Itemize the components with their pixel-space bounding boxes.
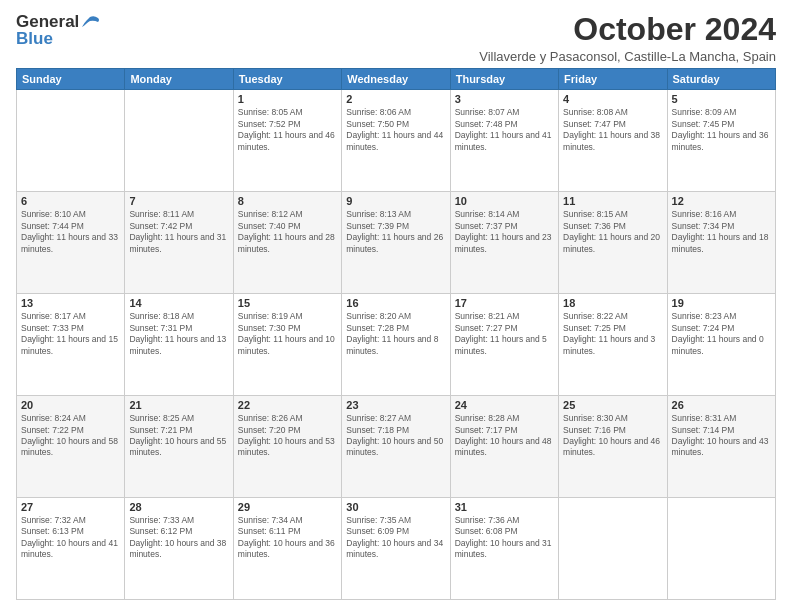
calendar-cell: 9Sunrise: 8:13 AM Sunset: 7:39 PM Daylig… xyxy=(342,192,450,294)
calendar-cell: 3Sunrise: 8:07 AM Sunset: 7:48 PM Daylig… xyxy=(450,90,558,192)
day-number: 25 xyxy=(563,399,662,411)
day-number: 15 xyxy=(238,297,337,309)
day-info: Sunrise: 8:17 AM Sunset: 7:33 PM Dayligh… xyxy=(21,311,120,357)
calendar-cell: 15Sunrise: 8:19 AM Sunset: 7:30 PM Dayli… xyxy=(233,294,341,396)
day-number: 19 xyxy=(672,297,771,309)
calendar-day-header: Friday xyxy=(559,69,667,90)
day-number: 9 xyxy=(346,195,445,207)
day-number: 21 xyxy=(129,399,228,411)
day-info: Sunrise: 8:28 AM Sunset: 7:17 PM Dayligh… xyxy=(455,413,554,459)
day-number: 2 xyxy=(346,93,445,105)
calendar-day-header: Sunday xyxy=(17,69,125,90)
calendar-cell: 14Sunrise: 8:18 AM Sunset: 7:31 PM Dayli… xyxy=(125,294,233,396)
calendar-cell: 20Sunrise: 8:24 AM Sunset: 7:22 PM Dayli… xyxy=(17,396,125,498)
day-number: 18 xyxy=(563,297,662,309)
day-number: 4 xyxy=(563,93,662,105)
day-info: Sunrise: 8:20 AM Sunset: 7:28 PM Dayligh… xyxy=(346,311,445,357)
day-info: Sunrise: 8:24 AM Sunset: 7:22 PM Dayligh… xyxy=(21,413,120,459)
day-number: 5 xyxy=(672,93,771,105)
logo: General Blue xyxy=(16,12,102,49)
month-title: October 2024 xyxy=(479,12,776,47)
calendar-cell: 18Sunrise: 8:22 AM Sunset: 7:25 PM Dayli… xyxy=(559,294,667,396)
day-number: 27 xyxy=(21,501,120,513)
calendar-week-row: 6Sunrise: 8:10 AM Sunset: 7:44 PM Daylig… xyxy=(17,192,776,294)
day-info: Sunrise: 8:23 AM Sunset: 7:24 PM Dayligh… xyxy=(672,311,771,357)
day-number: 3 xyxy=(455,93,554,105)
calendar-cell: 11Sunrise: 8:15 AM Sunset: 7:36 PM Dayli… xyxy=(559,192,667,294)
day-info: Sunrise: 8:15 AM Sunset: 7:36 PM Dayligh… xyxy=(563,209,662,255)
calendar-cell: 1Sunrise: 8:05 AM Sunset: 7:52 PM Daylig… xyxy=(233,90,341,192)
day-info: Sunrise: 8:10 AM Sunset: 7:44 PM Dayligh… xyxy=(21,209,120,255)
calendar-cell: 24Sunrise: 8:28 AM Sunset: 7:17 PM Dayli… xyxy=(450,396,558,498)
calendar-cell: 16Sunrise: 8:20 AM Sunset: 7:28 PM Dayli… xyxy=(342,294,450,396)
day-info: Sunrise: 8:08 AM Sunset: 7:47 PM Dayligh… xyxy=(563,107,662,153)
calendar-cell: 10Sunrise: 8:14 AM Sunset: 7:37 PM Dayli… xyxy=(450,192,558,294)
day-info: Sunrise: 8:07 AM Sunset: 7:48 PM Dayligh… xyxy=(455,107,554,153)
day-info: Sunrise: 8:26 AM Sunset: 7:20 PM Dayligh… xyxy=(238,413,337,459)
day-info: Sunrise: 8:30 AM Sunset: 7:16 PM Dayligh… xyxy=(563,413,662,459)
calendar-cell: 6Sunrise: 8:10 AM Sunset: 7:44 PM Daylig… xyxy=(17,192,125,294)
calendar-cell: 8Sunrise: 8:12 AM Sunset: 7:40 PM Daylig… xyxy=(233,192,341,294)
calendar-cell: 27Sunrise: 7:32 AM Sunset: 6:13 PM Dayli… xyxy=(17,498,125,600)
day-number: 7 xyxy=(129,195,228,207)
day-info: Sunrise: 8:05 AM Sunset: 7:52 PM Dayligh… xyxy=(238,107,337,153)
day-number: 26 xyxy=(672,399,771,411)
day-info: Sunrise: 7:33 AM Sunset: 6:12 PM Dayligh… xyxy=(129,515,228,561)
day-number: 1 xyxy=(238,93,337,105)
calendar-table: SundayMondayTuesdayWednesdayThursdayFrid… xyxy=(16,68,776,600)
calendar-cell: 19Sunrise: 8:23 AM Sunset: 7:24 PM Dayli… xyxy=(667,294,775,396)
calendar-day-header: Tuesday xyxy=(233,69,341,90)
calendar-cell: 29Sunrise: 7:34 AM Sunset: 6:11 PM Dayli… xyxy=(233,498,341,600)
day-number: 24 xyxy=(455,399,554,411)
calendar-day-header: Wednesday xyxy=(342,69,450,90)
calendar-cell: 30Sunrise: 7:35 AM Sunset: 6:09 PM Dayli… xyxy=(342,498,450,600)
day-info: Sunrise: 8:21 AM Sunset: 7:27 PM Dayligh… xyxy=(455,311,554,357)
calendar-cell: 22Sunrise: 8:26 AM Sunset: 7:20 PM Dayli… xyxy=(233,396,341,498)
calendar-cell xyxy=(125,90,233,192)
location-subtitle: Villaverde y Pasaconsol, Castille-La Man… xyxy=(479,49,776,64)
calendar-header-row: SundayMondayTuesdayWednesdayThursdayFrid… xyxy=(17,69,776,90)
calendar-cell xyxy=(559,498,667,600)
day-number: 11 xyxy=(563,195,662,207)
day-info: Sunrise: 8:14 AM Sunset: 7:37 PM Dayligh… xyxy=(455,209,554,255)
day-info: Sunrise: 8:22 AM Sunset: 7:25 PM Dayligh… xyxy=(563,311,662,357)
day-info: Sunrise: 7:34 AM Sunset: 6:11 PM Dayligh… xyxy=(238,515,337,561)
day-info: Sunrise: 7:35 AM Sunset: 6:09 PM Dayligh… xyxy=(346,515,445,561)
calendar-day-header: Saturday xyxy=(667,69,775,90)
day-number: 14 xyxy=(129,297,228,309)
day-number: 22 xyxy=(238,399,337,411)
calendar-week-row: 27Sunrise: 7:32 AM Sunset: 6:13 PM Dayli… xyxy=(17,498,776,600)
day-number: 10 xyxy=(455,195,554,207)
calendar-cell xyxy=(667,498,775,600)
day-info: Sunrise: 7:36 AM Sunset: 6:08 PM Dayligh… xyxy=(455,515,554,561)
calendar-cell: 26Sunrise: 8:31 AM Sunset: 7:14 PM Dayli… xyxy=(667,396,775,498)
calendar-day-header: Thursday xyxy=(450,69,558,90)
calendar-cell: 28Sunrise: 7:33 AM Sunset: 6:12 PM Dayli… xyxy=(125,498,233,600)
day-number: 6 xyxy=(21,195,120,207)
logo-bird-icon xyxy=(80,15,102,29)
calendar-cell: 17Sunrise: 8:21 AM Sunset: 7:27 PM Dayli… xyxy=(450,294,558,396)
calendar-cell: 21Sunrise: 8:25 AM Sunset: 7:21 PM Dayli… xyxy=(125,396,233,498)
title-block: October 2024 Villaverde y Pasaconsol, Ca… xyxy=(479,12,776,64)
day-info: Sunrise: 8:12 AM Sunset: 7:40 PM Dayligh… xyxy=(238,209,337,255)
day-number: 23 xyxy=(346,399,445,411)
day-info: Sunrise: 8:27 AM Sunset: 7:18 PM Dayligh… xyxy=(346,413,445,459)
calendar-cell: 2Sunrise: 8:06 AM Sunset: 7:50 PM Daylig… xyxy=(342,90,450,192)
day-info: Sunrise: 8:13 AM Sunset: 7:39 PM Dayligh… xyxy=(346,209,445,255)
calendar-week-row: 13Sunrise: 8:17 AM Sunset: 7:33 PM Dayli… xyxy=(17,294,776,396)
day-number: 12 xyxy=(672,195,771,207)
logo-blue: Blue xyxy=(16,29,53,49)
day-info: Sunrise: 8:25 AM Sunset: 7:21 PM Dayligh… xyxy=(129,413,228,459)
page: General Blue October 2024 Villaverde y P… xyxy=(0,0,792,612)
day-info: Sunrise: 8:31 AM Sunset: 7:14 PM Dayligh… xyxy=(672,413,771,459)
calendar-cell: 25Sunrise: 8:30 AM Sunset: 7:16 PM Dayli… xyxy=(559,396,667,498)
calendar-cell: 4Sunrise: 8:08 AM Sunset: 7:47 PM Daylig… xyxy=(559,90,667,192)
day-info: Sunrise: 7:32 AM Sunset: 6:13 PM Dayligh… xyxy=(21,515,120,561)
day-number: 28 xyxy=(129,501,228,513)
day-number: 20 xyxy=(21,399,120,411)
calendar-cell: 13Sunrise: 8:17 AM Sunset: 7:33 PM Dayli… xyxy=(17,294,125,396)
calendar-cell: 31Sunrise: 7:36 AM Sunset: 6:08 PM Dayli… xyxy=(450,498,558,600)
day-info: Sunrise: 8:19 AM Sunset: 7:30 PM Dayligh… xyxy=(238,311,337,357)
calendar-cell: 5Sunrise: 8:09 AM Sunset: 7:45 PM Daylig… xyxy=(667,90,775,192)
header: General Blue October 2024 Villaverde y P… xyxy=(16,12,776,64)
